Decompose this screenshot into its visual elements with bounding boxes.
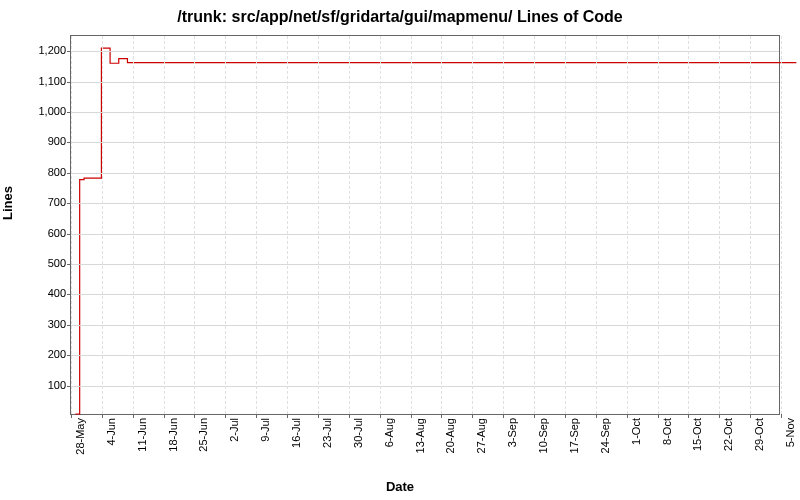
x-tick-label: 8-Oct xyxy=(661,418,673,478)
x-tick-label: 18-Jun xyxy=(167,418,179,478)
y-tick-label: 1,200 xyxy=(6,44,66,56)
y-tick-label: 900 xyxy=(6,135,66,147)
grid-line-h xyxy=(71,234,779,235)
x-tick-label: 13-Aug xyxy=(414,418,426,478)
y-tick-label: 700 xyxy=(6,196,66,208)
grid-line-v xyxy=(380,36,381,414)
grid-line-h xyxy=(71,294,779,295)
grid-line-v xyxy=(503,36,504,414)
grid-line-v xyxy=(719,36,720,414)
x-tick-label: 4-Jun xyxy=(105,418,117,478)
x-tick-mark xyxy=(71,414,72,418)
x-tick-label: 2-Jul xyxy=(228,418,240,478)
grid-line-v xyxy=(441,36,442,414)
x-tick-mark xyxy=(658,414,659,418)
grid-line-h xyxy=(71,173,779,174)
grid-line-v xyxy=(102,36,103,414)
y-tick-label: 800 xyxy=(6,166,66,178)
x-tick-mark xyxy=(318,414,319,418)
x-tick-label: 17-Sep xyxy=(568,418,580,478)
x-tick-mark xyxy=(287,414,288,418)
grid-line-h xyxy=(71,142,779,143)
x-tick-label: 16-Jul xyxy=(290,418,302,478)
x-tick-mark xyxy=(164,414,165,418)
x-tick-label: 22-Oct xyxy=(722,418,734,478)
x-tick-mark xyxy=(750,414,751,418)
x-tick-mark xyxy=(411,414,412,418)
x-tick-mark xyxy=(380,414,381,418)
x-tick-mark xyxy=(472,414,473,418)
x-tick-mark xyxy=(719,414,720,418)
x-tick-mark xyxy=(349,414,350,418)
x-tick-mark xyxy=(596,414,597,418)
grid-line-h xyxy=(71,386,779,387)
x-tick-label: 1-Oct xyxy=(630,418,642,478)
data-line xyxy=(71,36,779,414)
x-tick-label: 25-Jun xyxy=(197,418,209,478)
x-tick-label: 10-Sep xyxy=(537,418,549,478)
x-tick-label: 3-Sep xyxy=(506,418,518,478)
grid-line-v xyxy=(596,36,597,414)
x-tick-label: 29-Oct xyxy=(753,418,765,478)
grid-line-h xyxy=(71,264,779,265)
grid-line-v xyxy=(194,36,195,414)
x-tick-mark xyxy=(781,414,782,418)
grid-line-h xyxy=(71,82,779,83)
x-tick-label: 20-Aug xyxy=(444,418,456,478)
y-tick-label: 300 xyxy=(6,318,66,330)
chart-container: /trunk: src/app/net/sf/gridarta/gui/mapm… xyxy=(0,0,800,500)
x-tick-label: 6-Aug xyxy=(383,418,395,478)
grid-line-v xyxy=(781,36,782,414)
grid-line-v xyxy=(750,36,751,414)
x-tick-label: 15-Oct xyxy=(691,418,703,478)
grid-line-v xyxy=(411,36,412,414)
x-tick-mark xyxy=(565,414,566,418)
x-tick-mark xyxy=(534,414,535,418)
x-tick-label: 9-Jul xyxy=(259,418,271,478)
grid-line-v xyxy=(71,36,72,414)
x-tick-label: 24-Sep xyxy=(599,418,611,478)
x-tick-mark xyxy=(688,414,689,418)
x-tick-label: 5-Nov xyxy=(784,418,796,478)
grid-line-h xyxy=(71,51,779,52)
grid-line-v xyxy=(688,36,689,414)
grid-line-v xyxy=(349,36,350,414)
grid-line-v xyxy=(133,36,134,414)
x-tick-label: 11-Jun xyxy=(136,418,148,478)
grid-line-v xyxy=(287,36,288,414)
grid-line-h xyxy=(71,112,779,113)
grid-line-v xyxy=(565,36,566,414)
y-tick-label: 100 xyxy=(6,379,66,391)
x-tick-mark xyxy=(133,414,134,418)
x-axis-label: Date xyxy=(0,479,800,494)
x-tick-label: 30-Jul xyxy=(352,418,364,478)
x-tick-mark xyxy=(503,414,504,418)
grid-line-v xyxy=(658,36,659,414)
y-tick-label: 1,100 xyxy=(6,75,66,87)
chart-title: /trunk: src/app/net/sf/gridarta/gui/mapm… xyxy=(0,8,800,26)
x-tick-mark xyxy=(225,414,226,418)
grid-line-v xyxy=(318,36,319,414)
x-tick-mark xyxy=(102,414,103,418)
x-tick-mark xyxy=(194,414,195,418)
y-tick-label: 500 xyxy=(6,257,66,269)
x-tick-label: 28-May xyxy=(74,418,86,478)
grid-line-v xyxy=(164,36,165,414)
plot-area xyxy=(70,35,780,415)
grid-line-v xyxy=(534,36,535,414)
grid-line-v xyxy=(225,36,226,414)
y-tick-label: 200 xyxy=(6,348,66,360)
y-tick-label: 400 xyxy=(6,287,66,299)
x-tick-label: 23-Jul xyxy=(321,418,333,478)
grid-line-v xyxy=(472,36,473,414)
x-tick-mark xyxy=(441,414,442,418)
grid-line-h xyxy=(71,355,779,356)
y-tick-label: 1,000 xyxy=(6,105,66,117)
grid-line-h xyxy=(71,203,779,204)
y-tick-label: 600 xyxy=(6,227,66,239)
x-tick-mark xyxy=(256,414,257,418)
x-tick-mark xyxy=(627,414,628,418)
grid-line-v xyxy=(256,36,257,414)
grid-line-h xyxy=(71,325,779,326)
x-tick-label: 27-Aug xyxy=(475,418,487,478)
